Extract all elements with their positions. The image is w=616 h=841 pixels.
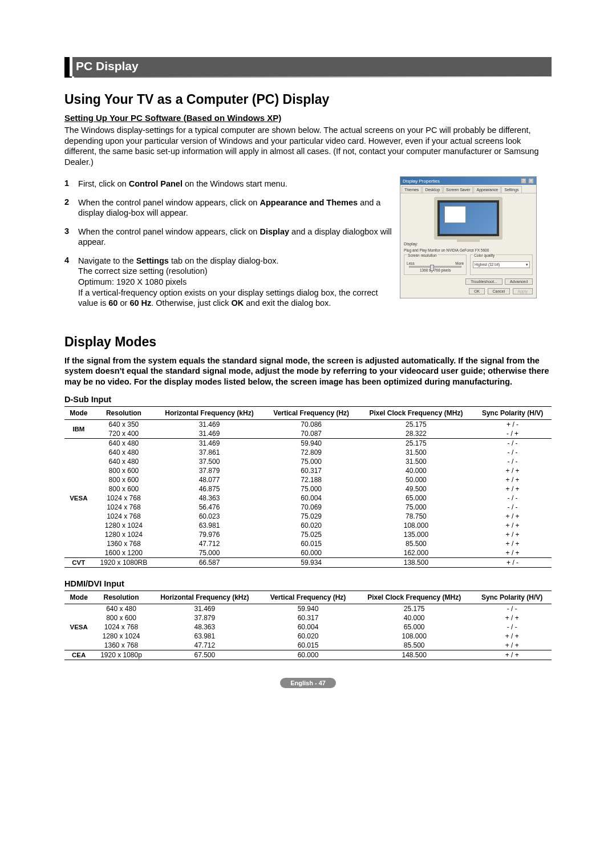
data-cell: + / +: [472, 632, 552, 641]
table-row: CEA1920 x 1080p67.50060.000148.500+ / +: [64, 650, 552, 660]
step-number: 1: [64, 176, 78, 195]
data-cell: - / -: [472, 622, 552, 632]
data-cell: + / +: [473, 521, 552, 530]
data-cell: 75.029: [264, 512, 359, 521]
resolution-slider[interactable]: [409, 266, 461, 268]
table-row: 1360 x 76847.71260.01585.500+ / +: [64, 641, 552, 650]
step-text: First, click on Control Panel on the Win…: [78, 176, 393, 195]
data-cell: 48.363: [155, 494, 264, 503]
dsub-table: ModeResolutionHorizontal Frequency (kHz)…: [64, 406, 552, 568]
data-cell: 70.069: [264, 503, 359, 512]
data-cell: 1280 x 1024: [93, 521, 155, 530]
close-icon[interactable]: ×: [528, 178, 534, 184]
data-cell: 1024 x 768: [93, 622, 149, 632]
table-row: 1024 x 76856.47670.06975.000- / -: [64, 503, 552, 512]
tab-settings[interactable]: Settings: [501, 186, 521, 193]
data-cell: 1360 x 768: [93, 641, 149, 650]
data-cell: + / +: [473, 484, 552, 494]
data-cell: 800 x 600: [93, 475, 155, 484]
mode-cell: VESA: [64, 604, 93, 650]
setup-paragraph: The Windows display-settings for a typic…: [64, 125, 552, 167]
data-cell: 75.000: [359, 503, 474, 512]
column-header: Mode: [64, 591, 93, 604]
page-footer: English - 47: [64, 677, 552, 688]
data-cell: 60.020: [260, 632, 356, 641]
column-header: Horizontal Frequency (kHz): [149, 591, 260, 604]
data-cell: 60.004: [264, 494, 359, 503]
data-cell: + / -: [473, 558, 552, 568]
help-icon[interactable]: ?: [521, 178, 526, 184]
data-cell: 85.500: [356, 641, 472, 650]
advanced-button[interactable]: Advanced: [505, 278, 533, 285]
data-cell: 720 x 400: [93, 429, 155, 439]
data-cell: - / -: [472, 604, 552, 614]
cancel-button[interactable]: Cancel: [488, 288, 510, 294]
data-cell: 37.500: [155, 457, 264, 466]
ok-button[interactable]: OK: [469, 288, 485, 294]
resolution-value: 1360 by 768 pixels: [407, 268, 464, 272]
step-number: 3: [64, 224, 78, 253]
data-cell: 65.000: [356, 622, 472, 632]
data-cell: 65.000: [359, 494, 474, 503]
data-cell: 31.500: [359, 448, 474, 457]
data-cell: 49.500: [359, 484, 474, 494]
data-cell: 31.469: [149, 604, 260, 614]
table-row: 1280 x 102463.98160.020108.000+ / +: [64, 521, 552, 530]
monitor-preview: [434, 197, 502, 240]
data-cell: 85.500: [359, 539, 474, 548]
data-cell: 63.981: [149, 632, 260, 641]
display-value: Plug and Play Monitor on NVIDIA GeForce …: [404, 248, 533, 252]
data-cell: 59.940: [260, 604, 356, 614]
display-label: Display:: [404, 242, 533, 246]
data-cell: 56.476: [155, 503, 264, 512]
table-row: 1024 x 76848.36360.00465.000- / -: [64, 622, 552, 632]
tab-screensaver[interactable]: Screen Saver: [443, 186, 473, 193]
step-number: 2: [64, 195, 78, 224]
window-buttons: ? ×: [520, 178, 534, 184]
data-cell: + / +: [473, 466, 552, 475]
data-cell: 25.175: [359, 420, 474, 430]
troubleshoot-button[interactable]: Troubleshoot...: [465, 278, 502, 285]
slider-less: Less: [407, 261, 415, 265]
apply-button[interactable]: Apply: [513, 288, 533, 294]
data-cell: 148.500: [356, 650, 472, 660]
table-row: 640 x 48037.86172.80931.500- / -: [64, 448, 552, 457]
dialog-title: Display Properties: [403, 179, 440, 184]
column-header: Pixel Clock Frequency (MHz): [356, 591, 472, 604]
tab-desktop[interactable]: Desktop: [422, 186, 443, 193]
data-cell: 50.000: [359, 475, 474, 484]
data-cell: 108.000: [356, 632, 472, 641]
hdmi-label: HDMI/DVI Input: [64, 579, 552, 588]
data-cell: 1600 x 1200: [93, 548, 155, 558]
tab-appearance[interactable]: Appearance: [473, 186, 501, 193]
table-row: 720 x 40031.46970.08728.322- / +: [64, 429, 552, 439]
color-quality-dropdown[interactable]: Highest (32 bit) ▾: [473, 261, 530, 268]
data-cell: 40.000: [359, 466, 474, 475]
mode-cell: VESA: [64, 439, 93, 558]
data-cell: 75.000: [264, 457, 359, 466]
column-header: Pixel Clock Frequency (MHz): [359, 407, 474, 420]
column-header: Sync Polarity (H/V): [473, 407, 552, 420]
column-header: Mode: [64, 407, 93, 420]
table-row: 1360 x 76847.71260.01585.500+ / +: [64, 539, 552, 548]
table-row: VESA640 x 48031.46959.94025.175- / -: [64, 604, 552, 614]
column-header: Resolution: [93, 591, 149, 604]
data-cell: 48.363: [149, 622, 260, 632]
table-row: 800 x 60048.07772.18850.000+ / +: [64, 475, 552, 484]
data-cell: - / -: [473, 439, 552, 448]
data-cell: 138.500: [359, 558, 474, 568]
data-cell: 31.469: [155, 429, 264, 439]
data-cell: 1280 x 1024: [93, 530, 155, 539]
table-row: 640 x 48037.50075.00031.500- / -: [64, 457, 552, 466]
mode-cell: CVT: [64, 558, 93, 568]
data-cell: 1920 x 1080RB: [93, 558, 155, 568]
chapter-title-bar: PC Display: [64, 57, 552, 78]
data-cell: + / +: [473, 539, 552, 548]
data-cell: 37.861: [155, 448, 264, 457]
data-cell: 60.015: [264, 539, 359, 548]
data-cell: 70.087: [264, 429, 359, 439]
screen-resolution-fieldset: Screen resolution Less More 1360 by 768 …: [404, 254, 467, 275]
table-row: VESA640 x 48031.46959.94025.175- / -: [64, 439, 552, 448]
steps-table: 1 First, click on Control Panel on the W…: [64, 176, 537, 314]
tab-themes[interactable]: Themes: [402, 186, 422, 193]
